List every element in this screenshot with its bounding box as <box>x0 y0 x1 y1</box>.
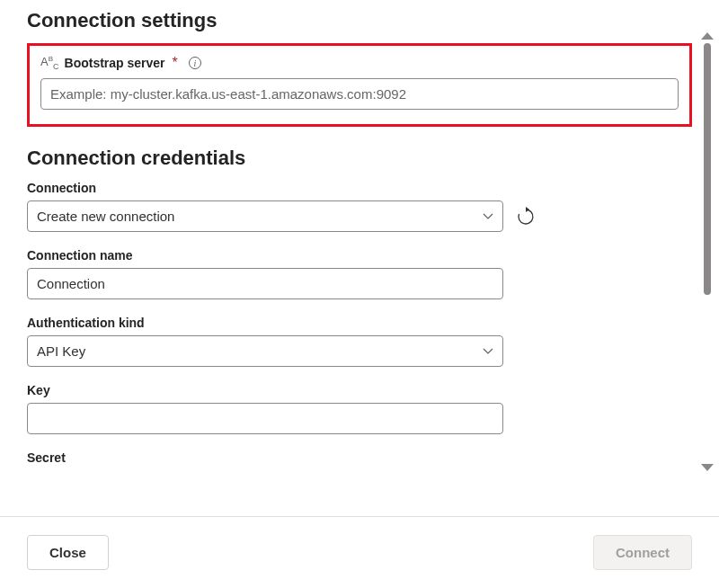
scroll-thumb[interactable] <box>704 43 711 295</box>
connection-select[interactable]: Create new connection <box>27 200 503 232</box>
footer: Close Connect <box>0 516 719 588</box>
authentication-kind-select-wrapper: API Key <box>27 335 503 367</box>
secret-label: Secret <box>27 450 692 465</box>
connect-button[interactable]: Connect <box>593 535 692 570</box>
connection-select-wrapper: Create new connection <box>27 200 503 232</box>
connection-name-field-group: Connection name <box>27 248 692 299</box>
connection-select-row: Create new connection <box>27 200 692 232</box>
connection-label: Connection <box>27 181 692 195</box>
key-input[interactable] <box>27 403 503 434</box>
scroll-up-icon[interactable] <box>701 32 714 40</box>
authentication-kind-label: Authentication kind <box>27 316 692 330</box>
connection-settings-heading: Connection settings <box>27 9 692 32</box>
authentication-kind-select[interactable]: API Key <box>27 335 503 367</box>
connection-credentials-heading: Connection credentials <box>27 147 692 170</box>
refresh-icon[interactable] <box>516 207 536 227</box>
authentication-kind-field-group: Authentication kind API Key <box>27 316 692 367</box>
key-field-group: Key <box>27 383 692 434</box>
scrollbar[interactable] <box>699 32 715 471</box>
bootstrap-server-label: Bootstrap server <box>65 56 165 70</box>
key-label: Key <box>27 383 692 397</box>
bootstrap-server-section: ABC Bootstrap server * i <box>27 43 692 127</box>
info-icon[interactable]: i <box>189 57 201 69</box>
bootstrap-server-label-row: ABC Bootstrap server * i <box>40 55 679 71</box>
connection-name-input[interactable] <box>27 268 503 299</box>
close-button[interactable]: Close <box>27 535 109 570</box>
required-indicator: * <box>173 55 178 71</box>
secret-field-group: Secret <box>27 450 692 465</box>
scroll-down-icon[interactable] <box>701 464 714 471</box>
connection-field-group: Connection Create new connection <box>27 181 692 232</box>
settings-panel: Connection settings ABC Bootstrap server… <box>0 0 719 481</box>
text-type-icon: ABC <box>40 55 59 71</box>
bootstrap-server-input[interactable] <box>40 78 679 110</box>
connection-name-label: Connection name <box>27 248 692 263</box>
